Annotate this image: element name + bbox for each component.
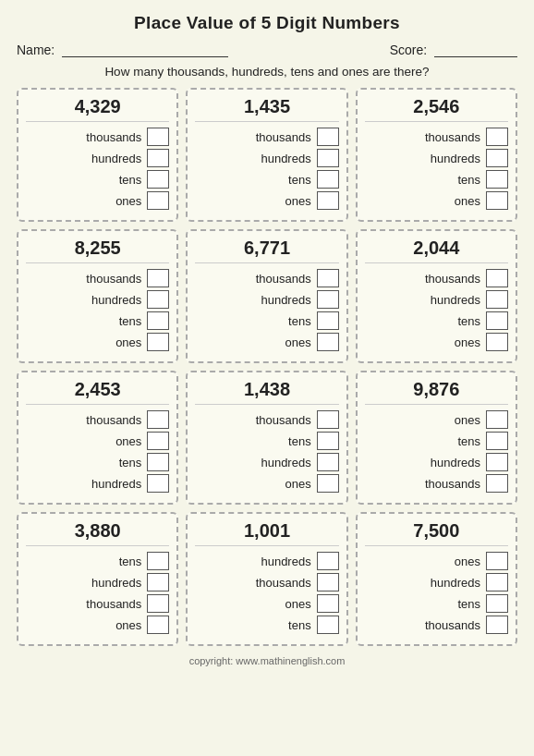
place-row-2-3: ones: [365, 191, 508, 210]
answer-box-1-2[interactable]: [317, 170, 339, 189]
place-row-6-0: thousands: [26, 410, 169, 429]
answer-box-4-3[interactable]: [317, 333, 339, 351]
answer-box-7-1[interactable]: [317, 432, 339, 450]
place-row-3-1: hundreds: [26, 290, 169, 309]
place-row-6-3: hundreds: [26, 474, 169, 493]
answer-box-0-2[interactable]: [147, 170, 169, 189]
answer-box-4-2[interactable]: [317, 311, 339, 330]
place-label-5-1: hundreds: [365, 293, 480, 307]
answer-box-2-0[interactable]: [486, 128, 508, 146]
card-number-1: 1,435: [195, 96, 338, 122]
answer-box-11-1[interactable]: [486, 573, 508, 591]
answer-box-3-2[interactable]: [147, 311, 169, 330]
place-row-1-2: tens: [195, 170, 338, 189]
answer-box-8-2[interactable]: [486, 453, 508, 471]
answer-box-8-0[interactable]: [486, 410, 508, 429]
answer-box-2-2[interactable]: [486, 170, 508, 189]
place-label-11-2: tens: [365, 597, 480, 611]
answer-box-9-3[interactable]: [147, 616, 169, 634]
answer-box-4-0[interactable]: [317, 269, 339, 287]
place-row-0-3: ones: [26, 191, 169, 210]
page: Place Value of 5 Digit Numbers Name: Sco…: [0, 0, 534, 756]
answer-box-2-3[interactable]: [486, 191, 508, 210]
card-10: 1,001hundredsthousandsonestens: [186, 512, 347, 646]
place-row-11-2: tens: [365, 594, 508, 613]
answer-box-1-1[interactable]: [317, 149, 339, 167]
answer-box-11-0[interactable]: [486, 552, 508, 570]
answer-box-10-2[interactable]: [317, 594, 339, 613]
card-number-8: 9,876: [365, 379, 508, 405]
place-label-1-0: thousands: [195, 130, 310, 144]
place-label-6-2: tens: [26, 456, 141, 469]
place-label-7-3: ones: [195, 477, 310, 491]
answer-box-7-3[interactable]: [317, 474, 339, 493]
answer-box-11-2[interactable]: [486, 594, 508, 613]
card-7: 1,438thousandstenshundredsones: [186, 371, 347, 505]
answer-box-7-0[interactable]: [317, 410, 339, 429]
answer-box-5-1[interactable]: [486, 290, 508, 309]
place-label-6-3: hundreds: [26, 477, 141, 491]
place-label-6-0: thousands: [26, 413, 141, 427]
copyright: copyright: www.mathinenglish.com: [17, 655, 517, 666]
place-label-2-3: ones: [365, 194, 480, 208]
answer-box-5-3[interactable]: [486, 333, 508, 351]
score-line: [434, 56, 517, 57]
answer-box-3-3[interactable]: [147, 333, 169, 351]
answer-box-6-3[interactable]: [147, 474, 169, 493]
place-row-6-2: tens: [26, 453, 169, 471]
answer-box-0-1[interactable]: [147, 149, 169, 167]
place-label-5-2: tens: [365, 314, 480, 328]
place-row-5-1: hundreds: [365, 290, 508, 309]
place-label-11-3: thousands: [365, 618, 480, 632]
place-label-0-3: ones: [26, 194, 141, 208]
answer-box-9-0[interactable]: [147, 552, 169, 570]
answer-box-3-1[interactable]: [147, 290, 169, 309]
card-number-10: 1,001: [195, 520, 338, 546]
answer-box-10-1[interactable]: [317, 573, 339, 591]
place-row-7-1: tens: [195, 432, 338, 450]
place-row-4-1: hundreds: [195, 290, 338, 309]
answer-box-1-0[interactable]: [317, 128, 339, 146]
answer-box-6-2[interactable]: [147, 453, 169, 471]
place-label-4-3: ones: [195, 335, 310, 349]
card-number-5: 2,044: [365, 238, 508, 263]
card-3: 8,255thousandshundredstensones: [17, 229, 178, 363]
answer-box-7-2[interactable]: [317, 453, 339, 471]
place-row-6-1: ones: [26, 432, 169, 450]
answer-box-6-0[interactable]: [147, 410, 169, 429]
place-label-0-0: thousands: [26, 130, 141, 144]
card-5: 2,044thousandshundredstensones: [356, 229, 517, 363]
answer-box-10-3[interactable]: [317, 616, 339, 634]
place-row-10-1: thousands: [195, 573, 338, 591]
answer-box-11-3[interactable]: [486, 616, 508, 634]
answer-box-8-1[interactable]: [486, 432, 508, 450]
answer-box-3-0[interactable]: [147, 269, 169, 287]
answer-box-1-3[interactable]: [317, 191, 339, 210]
place-label-0-1: hundreds: [26, 152, 141, 165]
place-row-4-2: tens: [195, 311, 338, 330]
answer-box-0-0[interactable]: [147, 128, 169, 146]
answer-box-6-1[interactable]: [147, 432, 169, 450]
answer-box-8-3[interactable]: [486, 474, 508, 493]
answer-box-9-2[interactable]: [147, 594, 169, 613]
answer-box-5-0[interactable]: [486, 269, 508, 287]
card-2: 2,546thousandshundredstensones: [356, 88, 517, 222]
answer-box-0-3[interactable]: [147, 191, 169, 210]
place-label-8-0: ones: [365, 413, 480, 427]
card-number-2: 2,546: [365, 96, 508, 122]
place-row-11-1: hundreds: [365, 573, 508, 591]
answer-box-9-1[interactable]: [147, 573, 169, 591]
place-row-4-0: thousands: [195, 269, 338, 287]
answer-box-10-0[interactable]: [317, 552, 339, 570]
card-number-7: 1,438: [195, 379, 338, 405]
answer-box-2-1[interactable]: [486, 149, 508, 167]
place-label-11-1: hundreds: [365, 576, 480, 590]
place-label-6-1: ones: [26, 434, 141, 448]
card-number-0: 4,329: [26, 96, 169, 122]
card-11: 7,500oneshundredstensthousands: [356, 512, 517, 646]
place-label-3-0: thousands: [26, 272, 141, 286]
card-8: 9,876onestenshundredsthousands: [356, 371, 517, 505]
answer-box-5-2[interactable]: [486, 311, 508, 330]
answer-box-4-1[interactable]: [317, 290, 339, 309]
place-row-10-2: ones: [195, 594, 338, 613]
